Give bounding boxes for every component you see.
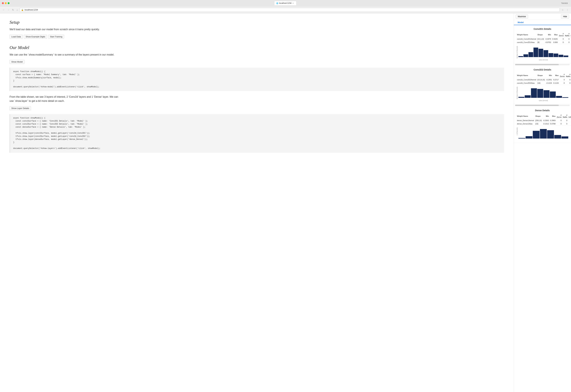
- table-row: dense_Dense1/bias[10]-0.10120.0788000: [516, 122, 571, 126]
- svg-rect-1: [524, 55, 528, 57]
- show-example-digits-button[interactable]: Show Example Digits: [24, 35, 47, 39]
- browser-window: 🌐 localhost:1234 ✕ Yannick ← → ↻ ⌂ 🔒 ☆ ⋮…: [0, 0, 571, 392]
- panel-tabs: Model: [514, 20, 571, 25]
- setup-section: Setup We'll load our data and train our …: [10, 20, 504, 39]
- start-training-button[interactable]: Start Training: [48, 35, 64, 39]
- setup-button-row: Load Data Show Example Digits Start Trai…: [10, 35, 504, 39]
- show-model-code: async function showModel() { const surfa…: [10, 68, 504, 91]
- svg-rect-27: [526, 136, 532, 139]
- conv2d2-title: Conv2D2 Details: [516, 69, 569, 71]
- table-cell: conv2d_Conv2D2/kernel: [516, 78, 537, 82]
- table-cell: 0.069: [552, 41, 558, 44]
- svg-rect-28: [533, 131, 540, 139]
- table-cell: 0: [556, 122, 562, 126]
- setup-description: We'll load our data and train our model …: [10, 27, 121, 31]
- table-cell: -0.1012: [542, 122, 550, 126]
- back-button[interactable]: ←: [2, 8, 5, 12]
- table-cell: dense_Dense1/bias: [516, 122, 535, 126]
- svg-rect-0: [518, 56, 523, 57]
- table-cell: conv2d_Conv2D1/bias: [516, 41, 537, 44]
- table-cell: 0: [558, 37, 564, 41]
- table-cell: 0: [568, 122, 571, 126]
- our-model-description2: From the table shown, we see 3 layers of…: [10, 95, 121, 103]
- th-max-2: Max: [553, 73, 559, 78]
- right-panel: Maximise Hide Model Conv2D1 Details Weig…: [514, 13, 571, 392]
- svg-rect-3: [534, 48, 538, 57]
- tab-favicon: 🌐: [276, 2, 278, 4]
- svg-rect-2: [528, 52, 533, 57]
- menu-button[interactable]: ⋮: [566, 8, 569, 12]
- table-row: conv2d_Conv2D1/kernel[5,5,1,8]-0.30790.5…: [516, 37, 571, 41]
- browser-tab[interactable]: 🌐 localhost:1234 ✕: [274, 1, 297, 5]
- table-cell: [5,5,1,8]: [537, 37, 544, 41]
- show-model-button[interactable]: Show Model: [10, 60, 25, 64]
- svg-rect-30: [547, 130, 554, 139]
- reload-button[interactable]: ↻: [12, 8, 15, 12]
- conv2d2-x-axis-label: value (binned): [518, 100, 569, 101]
- panel-topbar: Maximise Hide: [514, 13, 571, 20]
- conv2d1-section: Conv2D1 Details Weight Name Shape Min Ma…: [514, 25, 571, 63]
- table-cell: 0: [568, 119, 571, 122]
- table-cell: [256,10]: [535, 119, 542, 122]
- table-cell: 0.0788: [550, 122, 556, 126]
- bookmark-button[interactable]: ☆: [561, 8, 564, 12]
- table-cell: 0.3969: [550, 119, 556, 122]
- table-cell: [5,5,8,16]: [537, 78, 545, 82]
- table-cell: 0: [558, 41, 564, 44]
- table-cell: -0.2951: [545, 78, 553, 82]
- table-cell: -0.0702: [544, 41, 552, 44]
- svg-rect-29: [540, 129, 547, 139]
- svg-rect-6: [549, 53, 553, 57]
- svg-rect-19: [550, 91, 556, 98]
- show-layer-details-button[interactable]: Show Layer Details: [10, 106, 31, 110]
- table-cell: 0: [556, 119, 562, 122]
- conv2d1-histogram: Number of Records 02448 value (binned): [516, 46, 569, 61]
- svg-rect-4: [539, 49, 543, 57]
- tab-close-icon[interactable]: ✕: [292, 2, 294, 4]
- table-cell: 0.1133: [553, 82, 559, 85]
- svg-rect-17: [537, 89, 543, 98]
- th-min-2: Min: [545, 73, 553, 78]
- table-cell: [8]: [537, 41, 544, 44]
- th-zeros: #Zeros: [558, 32, 564, 37]
- address-bar[interactable]: [25, 9, 558, 11]
- table-cell: conv2d_Conv2D1/kernel: [516, 37, 537, 41]
- th-max-d: Max: [550, 113, 556, 119]
- table-cell: 0: [570, 41, 571, 44]
- table-row: conv2d_Conv2D1/bias[8]-0.07020.069000: [516, 41, 571, 44]
- th-shape: Shape: [537, 32, 544, 37]
- svg-rect-31: [554, 135, 561, 139]
- tab-model[interactable]: Model: [516, 20, 526, 25]
- svg-rect-20: [556, 96, 562, 98]
- th-infinity-d: #Infinity: [568, 113, 571, 119]
- table-cell: 0.2717: [553, 78, 559, 82]
- traffic-lights: [2, 2, 10, 4]
- hide-button[interactable]: Hide: [561, 15, 569, 18]
- maximize-button[interactable]: [8, 2, 10, 4]
- svg-rect-26: [518, 138, 525, 139]
- load-data-button[interactable]: Load Data: [10, 35, 23, 39]
- th-min: Min: [544, 32, 552, 37]
- our-model-section: Our Model We can use the `show.modelSumm…: [10, 45, 504, 153]
- conv2d2-scrollbar[interactable]: [515, 105, 570, 106]
- table-cell: 0: [559, 78, 565, 82]
- th-infini: #Infini: [570, 32, 571, 37]
- dense-title: Dense Details: [516, 109, 569, 112]
- home-button[interactable]: ⌂: [16, 8, 18, 12]
- conv2d1-scrollbar[interactable]: [515, 64, 570, 65]
- maximise-button[interactable]: Maximise: [516, 15, 528, 18]
- conv2d1-y-axis-label: Number of Records: [516, 46, 518, 58]
- our-model-title: Our Model: [10, 45, 504, 50]
- svg-rect-18: [544, 90, 550, 98]
- minimize-button[interactable]: [5, 2, 7, 4]
- setup-title: Setup: [10, 20, 504, 25]
- forward-button[interactable]: →: [7, 8, 10, 12]
- table-cell: [10]: [535, 122, 542, 126]
- dense-section: Dense Details Weight Name Shape Min Max …: [514, 107, 571, 143]
- close-button[interactable]: [2, 2, 4, 4]
- th-shape-d: Shape: [535, 113, 542, 119]
- conv2d1-x-axis-label: value (binned): [518, 59, 569, 61]
- show-model-button-row: Show Model: [10, 60, 504, 64]
- title-bar: 🌐 localhost:1234 ✕ Yannick: [0, 0, 571, 6]
- conv2d2-section: Conv2D2 Details Weight Name Shape Min Ma…: [514, 66, 571, 104]
